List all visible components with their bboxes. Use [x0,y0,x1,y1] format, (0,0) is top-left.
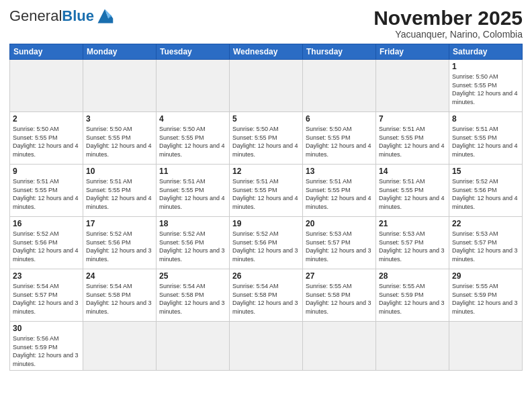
title-area: November 2025 Yacuanquer, Narino, Colomb… [373,7,523,40]
day-6: 6 Sunrise: 5:50 AMSunset: 5:55 PMDayligh… [303,112,376,165]
empty-cell [157,322,230,371]
day-2: 2 Sunrise: 5:50 AMSunset: 5:55 PMDayligh… [10,112,83,165]
day-20: 20 Sunrise: 5:53 AMSunset: 5:57 PMDaylig… [303,217,376,269]
empty-cell [376,322,449,371]
day-29: 29 Sunrise: 5:55 AMSunset: 5:59 PMDaylig… [449,269,523,322]
weekday-header-row: Sunday Monday Tuesday Wednesday Thursday… [10,44,523,60]
logo-area: General Blue [9,7,114,26]
month-title: November 2025 [373,7,523,29]
day-9: 9 Sunrise: 5:51 AMSunset: 5:55 PMDayligh… [10,165,83,217]
logo: General Blue [9,7,114,26]
header-sunday: Sunday [10,44,83,60]
calendar-table: Sunday Monday Tuesday Wednesday Thursday… [9,44,523,371]
day-30: 30 Sunrise: 5:56 AMSunset: 5:59 PMDaylig… [10,322,83,371]
day-3: 3 Sunrise: 5:50 AMSunset: 5:55 PMDayligh… [83,112,157,165]
header-monday: Monday [83,44,157,60]
logo-blue-text: Blue [62,7,94,25]
header-tuesday: Tuesday [157,44,230,60]
day-15: 15 Sunrise: 5:52 AMSunset: 5:56 PMDaylig… [449,165,523,217]
day-10: 10 Sunrise: 5:51 AMSunset: 5:55 PMDaylig… [83,165,157,217]
day-27: 27 Sunrise: 5:55 AMSunset: 5:58 PMDaylig… [303,269,376,322]
header-saturday: Saturday [449,44,523,60]
header-friday: Friday [376,44,449,60]
day-11: 11 Sunrise: 5:51 AMSunset: 5:55 PMDaylig… [157,165,230,217]
empty-cell [83,60,157,112]
empty-cell [230,60,303,112]
day-25: 25 Sunrise: 5:54 AMSunset: 5:58 PMDaylig… [157,269,230,322]
calendar-row-1: 1 Sunrise: 5:50 AMSunset: 5:55 PMDayligh… [10,60,523,112]
empty-cell [449,322,523,371]
day-26: 26 Sunrise: 5:54 AMSunset: 5:58 PMDaylig… [230,269,303,322]
empty-cell [303,322,376,371]
empty-cell [230,322,303,371]
header: General Blue November 2025 Yacuanquer, N… [9,7,523,40]
day-28: 28 Sunrise: 5:55 AMSunset: 5:59 PMDaylig… [376,269,449,322]
day-19: 19 Sunrise: 5:52 AMSunset: 5:56 PMDaylig… [230,217,303,269]
day-4: 4 Sunrise: 5:50 AMSunset: 5:55 PMDayligh… [157,112,230,165]
day-18: 18 Sunrise: 5:52 AMSunset: 5:56 PMDaylig… [157,217,230,269]
day-7: 7 Sunrise: 5:51 AMSunset: 5:55 PMDayligh… [376,112,449,165]
day-14: 14 Sunrise: 5:51 AMSunset: 5:55 PMDaylig… [376,165,449,217]
day-16: 16 Sunrise: 5:52 AMSunset: 5:56 PMDaylig… [10,217,83,269]
day-1: 1 Sunrise: 5:50 AMSunset: 5:55 PMDayligh… [449,60,523,112]
day-12: 12 Sunrise: 5:51 AMSunset: 5:55 PMDaylig… [230,165,303,217]
calendar-row-2: 2 Sunrise: 5:50 AMSunset: 5:55 PMDayligh… [10,112,523,165]
day-8: 8 Sunrise: 5:51 AMSunset: 5:55 PMDayligh… [449,112,523,165]
empty-cell [157,60,230,112]
empty-cell [376,60,449,112]
day-21: 21 Sunrise: 5:53 AMSunset: 5:57 PMDaylig… [376,217,449,269]
day-23: 23 Sunrise: 5:54 AMSunset: 5:57 PMDaylig… [10,269,83,322]
page: General Blue November 2025 Yacuanquer, N… [0,0,532,411]
header-thursday: Thursday [303,44,376,60]
logo-general-text: General [9,7,62,25]
day-24: 24 Sunrise: 5:54 AMSunset: 5:58 PMDaylig… [83,269,157,322]
calendar-row-3: 9 Sunrise: 5:51 AMSunset: 5:55 PMDayligh… [10,165,523,217]
empty-cell [10,60,83,112]
calendar-row-4: 16 Sunrise: 5:52 AMSunset: 5:56 PMDaylig… [10,217,523,269]
calendar-row-6: 30 Sunrise: 5:56 AMSunset: 5:59 PMDaylig… [10,322,523,371]
empty-cell [83,322,157,371]
day-5: 5 Sunrise: 5:50 AMSunset: 5:55 PMDayligh… [230,112,303,165]
day-22: 22 Sunrise: 5:53 AMSunset: 5:57 PMDaylig… [449,217,523,269]
day-13: 13 Sunrise: 5:51 AMSunset: 5:55 PMDaylig… [303,165,376,217]
day-17: 17 Sunrise: 5:52 AMSunset: 5:56 PMDaylig… [83,217,157,269]
calendar-row-5: 23 Sunrise: 5:54 AMSunset: 5:57 PMDaylig… [10,269,523,322]
empty-cell [303,60,376,112]
header-wednesday: Wednesday [230,44,303,60]
logo-icon [95,7,114,26]
location-subtitle: Yacuanquer, Narino, Colombia [373,29,523,40]
